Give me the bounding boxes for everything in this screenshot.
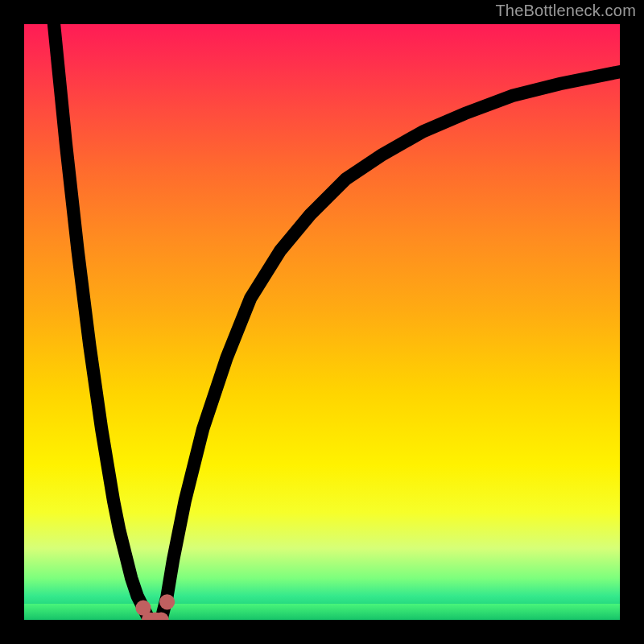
watermark-text: TheBottleneck.com bbox=[495, 2, 636, 20]
plot-area bbox=[24, 24, 620, 620]
curve-left-branch bbox=[54, 24, 149, 620]
chart-frame: TheBottleneck.com bbox=[0, 0, 644, 644]
curve-right-branch bbox=[161, 72, 620, 620]
valley-marker bbox=[159, 594, 175, 609]
curve-layer bbox=[24, 24, 620, 620]
